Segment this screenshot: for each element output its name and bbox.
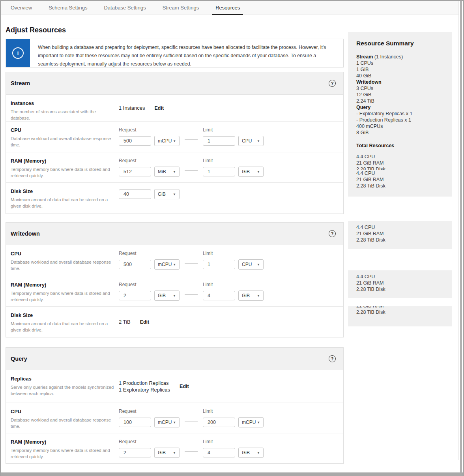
- stream-section: Stream ? Instances The number of streams…: [6, 72, 344, 214]
- summary-overflow-block: 4.4 CPU 21 GiB RAM 2.28 TiB Disk: [348, 270, 452, 298]
- resource-summary-panel: Resource Summary Stream (1 Instances) 1 …: [348, 32, 452, 197]
- stream-instances-edit-button[interactable]: Edit: [155, 105, 164, 111]
- tab-schema-settings[interactable]: Schema Settings: [40, 1, 95, 15]
- row-label: Replicas: [11, 376, 119, 382]
- window-bottom-edge: [1, 472, 463, 476]
- query-section-title: Query: [11, 356, 27, 362]
- stream-section-header: Stream ?: [6, 72, 343, 95]
- summary-line: 21 GiB RAM: [356, 176, 446, 183]
- writedown-cpu-limit-input[interactable]: [203, 260, 235, 269]
- row-description: The number of streams associated with th…: [11, 109, 116, 121]
- limit-label: Limit: [203, 158, 264, 163]
- writedown-ram-request-input[interactable]: [119, 291, 151, 300]
- row-description: Temporary memory bank where data is stor…: [11, 166, 116, 179]
- help-icon[interactable]: ?: [329, 230, 336, 237]
- summary-line: 1 GiB: [356, 66, 446, 73]
- writedown-cpu-request-unit-select[interactable]: mCPU ▼: [154, 259, 180, 270]
- summary-line: 40 GiB: [356, 73, 446, 79]
- stream-ram-limit-unit-select[interactable]: GiB ▼: [238, 167, 264, 177]
- writedown-ram-row: RAM (Memory) Temporary memory bank where…: [6, 276, 343, 306]
- query-cpu-request-input[interactable]: [119, 418, 151, 427]
- query-cpu-limit-input[interactable]: [203, 418, 235, 427]
- query-section-header: Query ?: [6, 348, 343, 370]
- writedown-disk-row: Disk Size Maximum amount of data that ca…: [6, 306, 343, 337]
- chevron-down-icon: ▼: [173, 294, 176, 298]
- summary-line: 4.4 CPU: [356, 224, 446, 231]
- writedown-cpu-limit-unit-select[interactable]: CPU ▼: [238, 259, 264, 270]
- stream-section-title: Stream: [11, 80, 30, 86]
- stream-instances-value: 1 Instances: [119, 105, 145, 111]
- row-description: Maximum amount of data that can be store…: [11, 320, 116, 333]
- tab-stream-settings[interactable]: Stream Settings: [154, 1, 208, 15]
- main-content: Adjust Resources i When building a datab…: [6, 15, 344, 464]
- info-icon: i: [12, 47, 24, 59]
- summary-line: - Production Replicas x 1: [356, 117, 446, 123]
- stream-cpu-row: CPU Database workload and overall databa…: [6, 121, 343, 152]
- writedown-ram-limit-input[interactable]: [203, 291, 235, 300]
- summary-overflow-block: 21 GiB RAM 2.28 TiB Disk: [348, 306, 452, 326]
- row-description: Temporary memory bank where data is stor…: [11, 290, 116, 303]
- query-section: Query ? Replicas Serve only queries agai…: [6, 347, 344, 464]
- writedown-ram-request-unit-select[interactable]: GiB ▼: [154, 290, 180, 301]
- stream-disk-unit-select[interactable]: GiB ▼: [154, 189, 180, 199]
- row-label: CPU: [11, 127, 119, 133]
- row-description: Temporary memory bank where data is stor…: [11, 447, 116, 460]
- chevron-down-icon: ▼: [257, 294, 260, 298]
- info-banner-icon-box: i: [6, 39, 30, 67]
- writedown-section: Writedown ? CPU Database workload and ov…: [6, 222, 344, 337]
- row-description: Database workload and overall database r…: [11, 417, 116, 429]
- summary-line: 4.4 CPU: [356, 154, 446, 160]
- range-dash: [185, 139, 198, 140]
- summary-line: 2.24 TiB: [356, 98, 446, 104]
- stream-ram-limit-input[interactable]: [203, 167, 235, 176]
- query-ram-limit-input[interactable]: [203, 448, 235, 457]
- summary-line-clipped: 21 GiB RAM: [356, 306, 446, 309]
- summary-line: 400 mCPUs: [356, 123, 446, 129]
- stream-cpu-limit-input[interactable]: [203, 136, 235, 146]
- row-description: Serve only queries against the models sy…: [11, 384, 116, 397]
- tab-overview[interactable]: Overview: [2, 1, 40, 15]
- vertical-scrollbar[interactable]: [460, 1, 462, 472]
- query-replicas-row: Replicas Serve only queries against the …: [6, 370, 343, 403]
- request-label: Request: [119, 282, 180, 287]
- query-ram-limit-unit-select[interactable]: GiB ▼: [238, 448, 264, 458]
- summary-line: Stream (1 Instances): [356, 54, 446, 60]
- stream-disk-size-input[interactable]: [119, 189, 151, 199]
- writedown-section-header: Writedown ?: [6, 223, 343, 245]
- row-description: Maximum amount of data that can be store…: [11, 197, 116, 209]
- help-icon[interactable]: ?: [329, 355, 336, 362]
- tab-resources[interactable]: Resources: [207, 1, 248, 15]
- request-label: Request: [119, 409, 180, 414]
- stream-cpu-request-input[interactable]: [119, 136, 151, 146]
- writedown-ram-limit-unit-select[interactable]: GiB ▼: [238, 290, 264, 301]
- row-label: Instances: [11, 100, 119, 106]
- chevron-down-icon: ▼: [257, 170, 260, 174]
- query-ram-request-input[interactable]: [119, 448, 151, 457]
- query-cpu-limit-unit-select[interactable]: mCPU ▼: [238, 417, 264, 427]
- stream-instances-row: Instances The number of streams associat…: [6, 95, 343, 121]
- writedown-disk-edit-button[interactable]: Edit: [140, 319, 150, 325]
- query-replicas-edit-button[interactable]: Edit: [180, 384, 189, 389]
- row-label: RAM (Memory): [11, 439, 119, 445]
- summary-line: 1 CPUs: [356, 60, 446, 66]
- writedown-disk-value: 2 TiB: [119, 319, 131, 325]
- tab-database-settings[interactable]: Database Settings: [95, 1, 154, 15]
- stream-cpu-request-unit-select[interactable]: mCPU ▼: [154, 136, 180, 146]
- info-banner-text: When building a database and preparing f…: [30, 39, 343, 67]
- help-icon[interactable]: ?: [329, 80, 336, 87]
- query-cpu-request-unit-select[interactable]: mCPU ▼: [154, 417, 180, 427]
- row-label: CPU: [11, 251, 119, 257]
- writedown-cpu-request-input[interactable]: [119, 260, 151, 269]
- summary-line: 2.28 TiB Disk: [356, 183, 446, 189]
- summary-line: 21 GiB RAM: [356, 280, 446, 286]
- stream-ram-row: RAM (Memory) Temporary memory bank where…: [6, 152, 343, 182]
- chevron-down-icon: ▼: [173, 263, 176, 266]
- query-ram-request-unit-select[interactable]: GiB ▼: [154, 448, 180, 458]
- stream-cpu-limit-unit-select[interactable]: CPU ▼: [238, 136, 264, 146]
- stream-ram-request-unit-select[interactable]: MiB ▼: [154, 167, 180, 177]
- stream-ram-request-input[interactable]: [119, 167, 151, 176]
- summary-line-clipped: 2.28 TiB Disk: [356, 166, 446, 170]
- summary-line: 2.28 TiB Disk: [356, 237, 446, 243]
- row-label: RAM (Memory): [11, 282, 119, 288]
- limit-label: Limit: [203, 409, 264, 414]
